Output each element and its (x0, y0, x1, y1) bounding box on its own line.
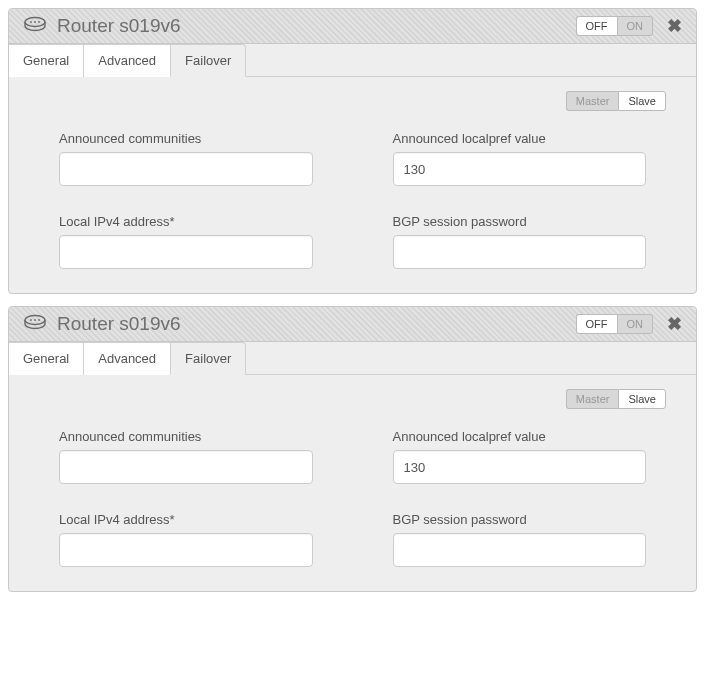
tab-advanced[interactable]: Advanced (83, 44, 171, 77)
svg-point-3 (38, 21, 40, 23)
label-announced-communities: Announced communities (59, 131, 313, 146)
power-toggle: OFF ON (576, 16, 654, 36)
svg-point-6 (34, 319, 36, 321)
panel-title: Router s019v6 (57, 15, 576, 37)
input-announced-communities[interactable] (59, 450, 313, 484)
input-announced-localpref[interactable] (393, 450, 647, 484)
input-announced-localpref[interactable] (393, 152, 647, 186)
close-icon[interactable]: ✖ (663, 17, 686, 35)
svg-point-5 (30, 319, 32, 321)
power-on-button[interactable]: ON (617, 16, 654, 36)
input-local-ipv4[interactable] (59, 235, 313, 269)
master-button[interactable]: Master (566, 389, 619, 409)
svg-point-7 (38, 319, 40, 321)
field-announced-localpref: Announced localpref value (393, 131, 647, 186)
panel-header: Router s019v6 OFF ON ✖ (9, 307, 696, 342)
field-bgp-password: BGP session password (393, 512, 647, 567)
svg-point-1 (30, 21, 32, 23)
label-local-ipv4: Local IPv4 address* (59, 512, 313, 527)
panel-header: Router s019v6 OFF ON ✖ (9, 9, 696, 44)
input-announced-communities[interactable] (59, 152, 313, 186)
field-announced-localpref: Announced localpref value (393, 429, 647, 484)
slave-button[interactable]: Slave (618, 389, 666, 409)
field-bgp-password: BGP session password (393, 214, 647, 269)
svg-point-2 (34, 21, 36, 23)
power-off-button[interactable]: OFF (576, 16, 617, 36)
tab-failover[interactable]: Failover (170, 44, 246, 77)
tab-failover[interactable]: Failover (170, 342, 246, 375)
label-announced-localpref: Announced localpref value (393, 131, 647, 146)
master-slave-toggle: Master Slave (566, 389, 666, 409)
field-local-ipv4: Local IPv4 address* (59, 512, 313, 567)
field-announced-communities: Announced communities (59, 131, 313, 186)
label-bgp-password: BGP session password (393, 214, 647, 229)
tab-bar: General Advanced Failover (9, 342, 696, 375)
tab-general[interactable]: General (9, 342, 84, 375)
input-bgp-password[interactable] (393, 533, 647, 567)
power-on-button[interactable]: ON (617, 314, 654, 334)
panel-title: Router s019v6 (57, 313, 576, 335)
tab-bar: General Advanced Failover (9, 44, 696, 77)
slave-button[interactable]: Slave (618, 91, 666, 111)
power-off-button[interactable]: OFF (576, 314, 617, 334)
tab-advanced[interactable]: Advanced (83, 342, 171, 375)
label-bgp-password: BGP session password (393, 512, 647, 527)
tab-general[interactable]: General (9, 44, 84, 77)
field-announced-communities: Announced communities (59, 429, 313, 484)
router-icon (23, 16, 47, 37)
form-grid: Announced communities Announced localpre… (29, 429, 676, 567)
label-announced-communities: Announced communities (59, 429, 313, 444)
power-toggle: OFF ON (576, 314, 654, 334)
router-panel: Router s019v6 OFF ON ✖ General Advanced … (8, 306, 697, 592)
master-slave-row: Master Slave (29, 91, 676, 111)
router-icon (23, 314, 47, 335)
close-icon[interactable]: ✖ (663, 315, 686, 333)
router-panel: Router s019v6 OFF ON ✖ General Advanced … (8, 8, 697, 294)
input-bgp-password[interactable] (393, 235, 647, 269)
label-local-ipv4: Local IPv4 address* (59, 214, 313, 229)
master-button[interactable]: Master (566, 91, 619, 111)
master-slave-row: Master Slave (29, 389, 676, 409)
label-announced-localpref: Announced localpref value (393, 429, 647, 444)
master-slave-toggle: Master Slave (566, 91, 666, 111)
tab-body: Master Slave Announced communities Annou… (9, 375, 696, 591)
field-local-ipv4: Local IPv4 address* (59, 214, 313, 269)
input-local-ipv4[interactable] (59, 533, 313, 567)
form-grid: Announced communities Announced localpre… (29, 131, 676, 269)
tab-body: Master Slave Announced communities Annou… (9, 77, 696, 293)
